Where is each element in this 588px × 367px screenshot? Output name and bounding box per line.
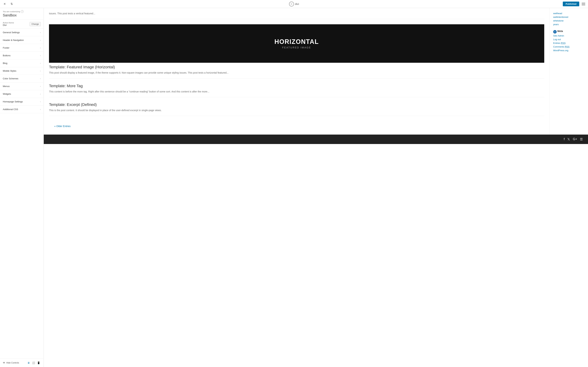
facebook-icon[interactable]: f xyxy=(564,137,564,141)
chevron-right-icon: › xyxy=(40,31,41,34)
close-button[interactable]: ✕ xyxy=(2,1,7,7)
top-bar-right: Published xyxy=(563,1,586,7)
googleplus-icon[interactable]: G+ xyxy=(573,137,577,141)
chevron-right-icon: › xyxy=(40,39,41,42)
list-item: Site Admin xyxy=(553,34,585,38)
desktop-device-button[interactable]: 🖥 xyxy=(27,361,31,365)
meta-link-entries-rss[interactable]: Entries RSS xyxy=(553,42,566,44)
sidebar-item-menus[interactable]: Menus › xyxy=(0,83,43,90)
tags-list: wellhead wellintentioned whetstone years xyxy=(553,12,585,26)
menu-item-label: Widgets xyxy=(3,93,11,95)
sidebar-item-buttons[interactable]: Buttons › xyxy=(0,52,43,59)
hide-controls-button[interactable]: 👁 Hide Controls xyxy=(3,361,19,364)
active-theme-label: Active theme xyxy=(3,22,14,24)
article-excerpt: This is the post content. It should be d… xyxy=(49,108,544,112)
divi-logo-text: divi xyxy=(295,2,299,5)
meta-link-comments-rss[interactable]: Comments RSS xyxy=(553,45,570,48)
menu-item-label: Color Schemes xyxy=(3,77,18,80)
tag-link-whetstone[interactable]: whetstone xyxy=(553,19,563,22)
menu-item-label: Header & Navigation xyxy=(3,39,24,42)
menu-item-label: Additional CSS xyxy=(3,108,18,111)
meta-list: Site Admin Log out Entries RSS Comments … xyxy=(553,34,585,52)
list-item: years xyxy=(553,23,585,26)
list-item: Log out xyxy=(553,38,585,41)
list-item: wellintentioned xyxy=(553,15,585,19)
hamburger-button[interactable] xyxy=(581,1,586,7)
customizing-text: You are customizing xyxy=(3,10,20,13)
twitter-icon[interactable]: 𝕏 xyxy=(567,137,570,141)
site-sidebar: wellhead wellintentioned whetstone years… xyxy=(550,8,588,134)
mobile-device-button[interactable]: 📱 xyxy=(36,361,41,365)
change-theme-button[interactable]: Change xyxy=(30,22,41,26)
hide-controls-label: Hide Controls xyxy=(6,362,19,364)
chevron-right-icon: › xyxy=(40,100,41,103)
article-image: HORIZONTAL FEATURED IMAGE xyxy=(49,24,544,63)
sidebar-top: You are customizing ? Sandbox xyxy=(0,8,43,20)
active-theme-section: Active theme Divi Change xyxy=(0,20,43,29)
list-item: WordPress.org xyxy=(553,49,585,52)
meta-edit-icon[interactable]: ✏ xyxy=(553,30,557,33)
sidebar-item-header-navigation[interactable]: Header & Navigation › xyxy=(0,36,43,44)
menu-item-label: Homepage Settings xyxy=(3,100,23,103)
sidebar-item-widgets[interactable]: Widgets › xyxy=(0,90,43,98)
help-icon[interactable]: ? xyxy=(21,10,24,13)
eye-icon: 👁 xyxy=(3,361,5,364)
chevron-right-icon: › xyxy=(40,77,41,80)
article-title[interactable]: Template: Excerpt (Defined) xyxy=(49,102,544,107)
menu-item-label: Blog xyxy=(3,62,7,65)
customizing-label: You are customizing ? xyxy=(3,10,41,13)
article-title-link[interactable]: Template: Excerpt (Defined) xyxy=(49,102,97,107)
sidebar-item-additional-css[interactable]: Additional CSS › xyxy=(0,106,43,113)
article-title-link[interactable]: Template: More Tag xyxy=(49,84,83,88)
chevron-right-icon: › xyxy=(40,47,41,49)
device-buttons: 🖥 ⬜ 📱 xyxy=(27,361,41,365)
sidebar-item-blog[interactable]: Blog › xyxy=(0,59,43,67)
meta-title-text: Meta xyxy=(557,30,563,33)
article-excerpt-defined: Template: Excerpt (Defined) This is the … xyxy=(49,102,544,116)
site-footer: f 𝕏 G+ ☰ xyxy=(44,134,588,144)
meta-link-log-out[interactable]: Log out xyxy=(553,38,561,41)
chevron-right-icon: › xyxy=(40,70,41,72)
article-title-link[interactable]: Template: Featured Image (Horizontal) xyxy=(49,65,115,69)
sidebar-item-general-settings[interactable]: General Settings › xyxy=(0,29,43,36)
list-item: Comments RSS xyxy=(553,45,585,49)
meta-link-site-admin[interactable]: Site Admin xyxy=(553,34,564,37)
meta-link-wordpress-org[interactable]: WordPress.org xyxy=(553,49,568,52)
sort-icon: ⇅ xyxy=(10,2,13,6)
tablet-device-button[interactable]: ⬜ xyxy=(31,361,36,365)
sort-button[interactable]: ⇅ xyxy=(9,1,14,7)
sandbox-title: Sandbox xyxy=(3,13,41,17)
sidebar-item-footer[interactable]: Footer › xyxy=(0,44,43,52)
article-more-tag: Template: More Tag This content is befor… xyxy=(49,84,544,97)
article-excerpt: This content is before the more tag. Rig… xyxy=(49,90,544,93)
tag-link-wellhead[interactable]: wellhead xyxy=(553,12,562,15)
list-item: whetstone xyxy=(553,19,585,23)
site-articles: issues. This post tests a vertical featu… xyxy=(44,8,550,134)
chevron-right-icon: › xyxy=(40,85,41,88)
divi-logo: D divi xyxy=(289,1,299,7)
published-button[interactable]: Published xyxy=(563,1,579,6)
divi-logo-circle: D xyxy=(289,1,294,7)
top-bar-left: ✕ ⇅ xyxy=(2,1,14,7)
menu-item-label: Buttons xyxy=(3,54,10,57)
sidebar-item-homepage-settings[interactable]: Homepage Settings › xyxy=(0,98,43,106)
article-title[interactable]: Template: Featured Image (Horizontal) xyxy=(49,65,544,69)
menu-item-label: Mobile Styles xyxy=(3,70,16,72)
menu-item-label: General Settings xyxy=(3,31,20,34)
menu-item-label: Footer xyxy=(3,47,9,49)
top-bar-center: D divi xyxy=(289,1,299,7)
older-entries-link[interactable]: « Older Entries xyxy=(54,125,70,128)
image-placeholder: HORIZONTAL FEATURED IMAGE xyxy=(49,24,544,63)
sidebar-item-mobile-styles[interactable]: Mobile Styles › xyxy=(0,67,43,75)
article-preview-cut: issues. This post tests a vertical featu… xyxy=(49,12,544,19)
active-theme-name: Divi xyxy=(3,24,14,26)
tag-link-years[interactable]: years xyxy=(553,23,559,26)
tag-link-wellintentioned[interactable]: wellintentioned xyxy=(553,16,568,18)
menu-item-label: Menus xyxy=(3,85,10,88)
article-title[interactable]: Template: More Tag xyxy=(49,84,544,88)
sidebar-item-color-schemes[interactable]: Color Schemes › xyxy=(0,75,43,83)
list-item: wellhead xyxy=(553,12,585,15)
top-bar: ✕ ⇅ D divi Published xyxy=(0,0,588,8)
rss-icon[interactable]: ☰ xyxy=(580,137,583,141)
image-big-text: HORIZONTAL xyxy=(274,38,319,45)
